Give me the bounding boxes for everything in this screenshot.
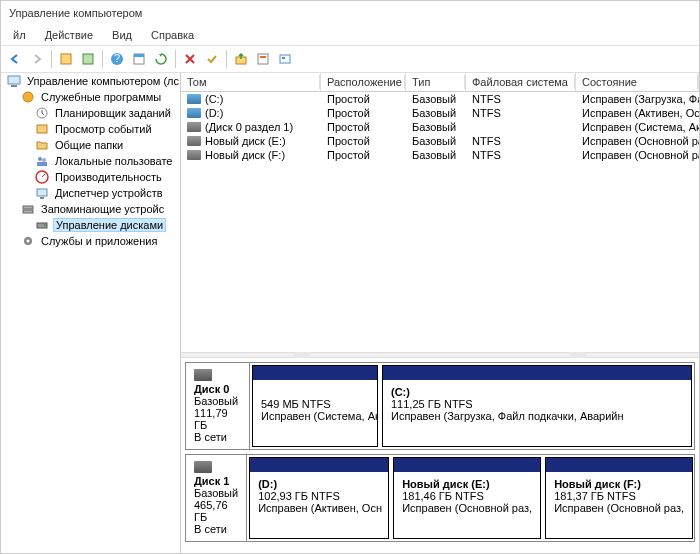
disk-size: 465,76 ГБ — [194, 499, 228, 523]
tree-event-viewer[interactable]: Просмотр событий — [1, 121, 180, 137]
forward-icon[interactable] — [27, 49, 47, 69]
header-type[interactable]: Тип — [406, 73, 466, 91]
svg-point-13 — [23, 92, 33, 102]
partition-size: 102,93 ГБ NTFS — [258, 490, 340, 502]
partition-header — [546, 458, 692, 472]
volume-type: Базовый — [406, 148, 466, 162]
tree-view[interactable]: Управление компьютером (лс Служебные про… — [1, 73, 181, 554]
event-icon — [35, 122, 49, 136]
partition[interactable]: Новый диск (E:)181,46 ГБ NTFSИсправен (О… — [393, 457, 541, 539]
menu-bar: йл Действие Вид Справка — [1, 27, 699, 45]
tree-device-manager[interactable]: Диспетчер устройств — [1, 185, 180, 201]
volume-row[interactable]: Новый диск (E:)ПростойБазовыйNTFSИсправе… — [181, 134, 699, 148]
content-pane: Том Расположение Тип Файловая система Со… — [181, 73, 699, 554]
toolbar-btn-3[interactable] — [129, 49, 149, 69]
disk-type: Базовый — [194, 395, 238, 407]
partition[interactable]: (C:)111,25 ГБ NTFSИсправен (Загрузка, Фа… — [382, 365, 692, 447]
disk-icon — [35, 218, 49, 232]
partition[interactable]: (D:)102,93 ГБ NTFSИсправен (Активен, Осн — [249, 457, 389, 539]
disk-icon — [194, 369, 212, 381]
disk-info: Диск 1Базовый465,76 ГБВ сети — [186, 455, 247, 541]
volume-layout: Простой — [321, 134, 406, 148]
toolbar-btn-2[interactable] — [78, 49, 98, 69]
header-volume[interactable]: Том — [181, 73, 321, 91]
volume-icon — [187, 150, 201, 160]
tree-storage[interactable]: Запоминающие устройс — [1, 201, 180, 217]
performance-icon — [35, 170, 49, 184]
disk-info: Диск 0Базовый111,79 ГБВ сети — [186, 363, 250, 449]
volume-layout: Простой — [321, 148, 406, 162]
volume-name: Новый диск (F:) — [205, 149, 285, 161]
partition[interactable]: Новый диск (F:)181,37 ГБ NTFSИсправен (О… — [545, 457, 693, 539]
header-status[interactable]: Состояние — [576, 73, 699, 91]
toolbar-btn-6[interactable] — [275, 49, 295, 69]
volume-name: (Диск 0 раздел 1) — [205, 121, 293, 133]
svg-point-25 — [44, 224, 46, 226]
toolbar-btn-5[interactable] — [253, 49, 273, 69]
help-icon[interactable]: ? — [107, 49, 127, 69]
partition-header — [383, 366, 691, 380]
users-icon — [35, 154, 49, 168]
partition-size: 181,46 ГБ NTFS — [402, 490, 484, 502]
refresh-icon[interactable] — [151, 49, 171, 69]
svg-rect-21 — [40, 197, 44, 199]
menu-action[interactable]: Действие — [37, 27, 101, 43]
tree-local-users[interactable]: Локальные пользовате — [1, 153, 180, 169]
volume-fs: NTFS — [466, 134, 576, 148]
svg-rect-7 — [258, 54, 268, 64]
volume-row[interactable]: (D:)ПростойБазовыйNTFSИсправен (Активен,… — [181, 106, 699, 120]
tree-root[interactable]: Управление компьютером (лс — [1, 73, 180, 89]
svg-rect-1 — [83, 54, 93, 64]
tree-shared-folders[interactable]: Общие папки — [1, 137, 180, 153]
delete-icon[interactable] — [180, 49, 200, 69]
svg-rect-12 — [11, 85, 17, 87]
svg-point-16 — [38, 157, 42, 161]
tree-scheduler[interactable]: Планировщик заданий — [1, 105, 180, 121]
volume-fs — [466, 120, 576, 134]
volume-status: Исправен (Система, Активен, Основ — [576, 120, 699, 134]
volume-layout: Простой — [321, 92, 406, 106]
disk-row[interactable]: Диск 0Базовый111,79 ГБВ сети549 МБ NTFSИ… — [185, 362, 695, 450]
volume-status: Исправен (Активен, Основной разде — [576, 106, 699, 120]
check-icon[interactable] — [202, 49, 222, 69]
menu-view[interactable]: Вид — [104, 27, 140, 43]
tree-disk-management[interactable]: Управление дисками — [1, 217, 180, 233]
svg-rect-22 — [23, 206, 33, 209]
volume-row[interactable]: (C:)ПростойБазовыйNTFSИсправен (Загрузка… — [181, 92, 699, 106]
disk-row[interactable]: Диск 1Базовый465,76 ГБВ сети(D:)102,93 Г… — [185, 454, 695, 542]
window-title: Управление компьютером — [1, 1, 699, 27]
partition-title: Новый диск (E:) — [402, 478, 489, 490]
partition-size: 549 МБ NTFS — [261, 398, 331, 410]
tree-system-tools[interactable]: Служебные программы — [1, 89, 180, 105]
partition[interactable]: 549 МБ NTFSИсправен (Система, Ак — [252, 365, 378, 447]
toolbar-btn-4[interactable] — [231, 49, 251, 69]
volume-row[interactable]: (Диск 0 раздел 1)ПростойБазовыйИсправен … — [181, 120, 699, 134]
partition-header — [250, 458, 388, 472]
disk-type: Базовый — [194, 487, 238, 499]
volume-icon — [187, 94, 201, 104]
menu-file[interactable]: йл — [5, 27, 34, 43]
svg-rect-20 — [37, 189, 47, 196]
svg-rect-23 — [23, 210, 33, 213]
disk-size: 111,79 ГБ — [194, 407, 228, 431]
svg-text:?: ? — [114, 52, 120, 64]
volume-grid-body[interactable]: (C:)ПростойБазовыйNTFSИсправен (Загрузка… — [181, 92, 699, 162]
volume-row[interactable]: Новый диск (F:)ПростойБазовыйNTFSИсправе… — [181, 148, 699, 162]
menu-help[interactable]: Справка — [143, 27, 202, 43]
volume-name: (C:) — [205, 93, 223, 105]
tree-services[interactable]: Службы и приложения — [1, 233, 180, 249]
partition-size: 181,37 ГБ NTFS — [554, 490, 636, 502]
header-filesystem[interactable]: Файловая система — [466, 73, 576, 91]
disk-icon — [194, 461, 212, 473]
header-layout[interactable]: Расположение — [321, 73, 406, 91]
partition-size: 111,25 ГБ NTFS — [391, 398, 473, 410]
disk-map-panel[interactable]: Диск 0Базовый111,79 ГБВ сети549 МБ NTFSИ… — [181, 358, 699, 555]
back-icon[interactable] — [5, 49, 25, 69]
tree-performance[interactable]: Производительность — [1, 169, 180, 185]
volume-fs: NTFS — [466, 148, 576, 162]
folder-icon — [35, 138, 49, 152]
partition-title: (D:) — [258, 478, 277, 490]
volume-type: Базовый — [406, 106, 466, 120]
partition-header — [394, 458, 540, 472]
toolbar-btn-1[interactable] — [56, 49, 76, 69]
